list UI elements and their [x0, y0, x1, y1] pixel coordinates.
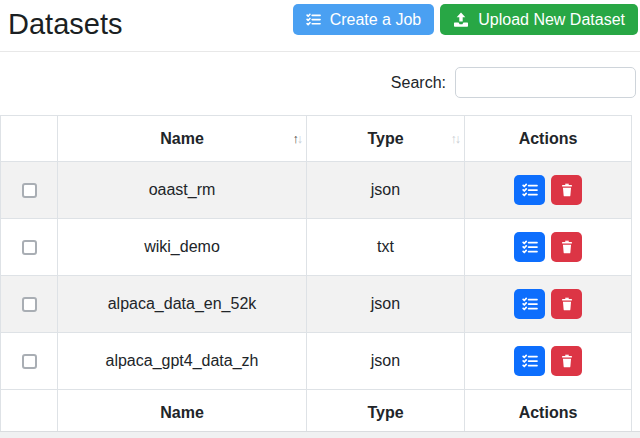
list-check-icon [522, 239, 538, 255]
sort-arrows-icon: ↑↓ [293, 132, 302, 146]
trash-icon [560, 354, 574, 368]
dataset-type-cell: json [307, 333, 465, 390]
dataset-type-cell: txt [307, 219, 465, 276]
actions-column-footer: Actions [465, 390, 632, 436]
row-checkbox[interactable] [22, 354, 37, 369]
name-column-footer: Name [58, 390, 307, 436]
table-row: wiki_demo txt [1, 219, 632, 276]
top-bar: Datasets Create a Job Upload New Dataset [0, 0, 640, 46]
list-check-icon [522, 182, 538, 198]
view-dataset-button[interactable] [514, 346, 545, 376]
page-title: Datasets [8, 4, 122, 44]
dataset-name-cell: wiki_demo [58, 219, 307, 276]
name-column-header[interactable]: Name ↑↓ [58, 116, 307, 162]
delete-dataset-button[interactable] [551, 289, 582, 319]
view-dataset-button[interactable] [514, 232, 545, 262]
upload-new-dataset-button[interactable]: Upload New Dataset [440, 4, 638, 35]
sort-arrows-icon: ↑↓ [451, 132, 460, 146]
upload-icon [453, 12, 469, 28]
trash-icon [560, 183, 574, 197]
type-column-footer: Type [307, 390, 465, 436]
delete-dataset-button[interactable] [551, 175, 582, 205]
view-dataset-button[interactable] [514, 289, 545, 319]
list-check-icon [306, 12, 321, 27]
create-job-button[interactable]: Create a Job [293, 4, 435, 35]
create-job-label: Create a Job [330, 10, 422, 29]
trash-icon [560, 240, 574, 254]
search-input[interactable] [455, 67, 636, 98]
dataset-type-cell: json [307, 162, 465, 219]
table-row: alpaca_gpt4_data_zh json [1, 333, 632, 390]
actions-column-header: Actions [465, 116, 632, 162]
upload-new-dataset-label: Upload New Dataset [478, 10, 625, 29]
dataset-name-cell: alpaca_data_en_52k [58, 276, 307, 333]
table-row: oaast_rm json [1, 162, 632, 219]
search-label: Search: [391, 74, 446, 92]
row-checkbox[interactable] [22, 297, 37, 312]
list-check-icon [522, 353, 538, 369]
select-column-footer [1, 390, 58, 436]
search-row: Search: [0, 67, 636, 98]
dataset-name-cell: oaast_rm [58, 162, 307, 219]
table-footer: Name Type Actions [1, 390, 632, 436]
header-divider [0, 51, 640, 52]
trash-icon [560, 297, 574, 311]
type-column-header[interactable]: Type ↑↓ [307, 116, 465, 162]
row-checkbox[interactable] [22, 240, 37, 255]
list-check-icon [522, 296, 538, 312]
horizontal-scrollbar[interactable] [0, 431, 640, 438]
delete-dataset-button[interactable] [551, 232, 582, 262]
table-body: oaast_rm json wiki_demo txt alpaca_data_… [1, 162, 632, 390]
table-header: Name ↑↓ Type ↑↓ Actions [1, 116, 632, 162]
delete-dataset-button[interactable] [551, 346, 582, 376]
row-checkbox[interactable] [22, 183, 37, 198]
select-column-header [1, 116, 58, 162]
table-row: alpaca_data_en_52k json [1, 276, 632, 333]
dataset-type-cell: json [307, 276, 465, 333]
view-dataset-button[interactable] [514, 175, 545, 205]
dataset-name-cell: alpaca_gpt4_data_zh [58, 333, 307, 390]
toolbar-buttons: Create a Job Upload New Dataset [293, 4, 638, 35]
datasets-table: Name ↑↓ Type ↑↓ Actions oaast_rm json wi… [0, 115, 632, 436]
